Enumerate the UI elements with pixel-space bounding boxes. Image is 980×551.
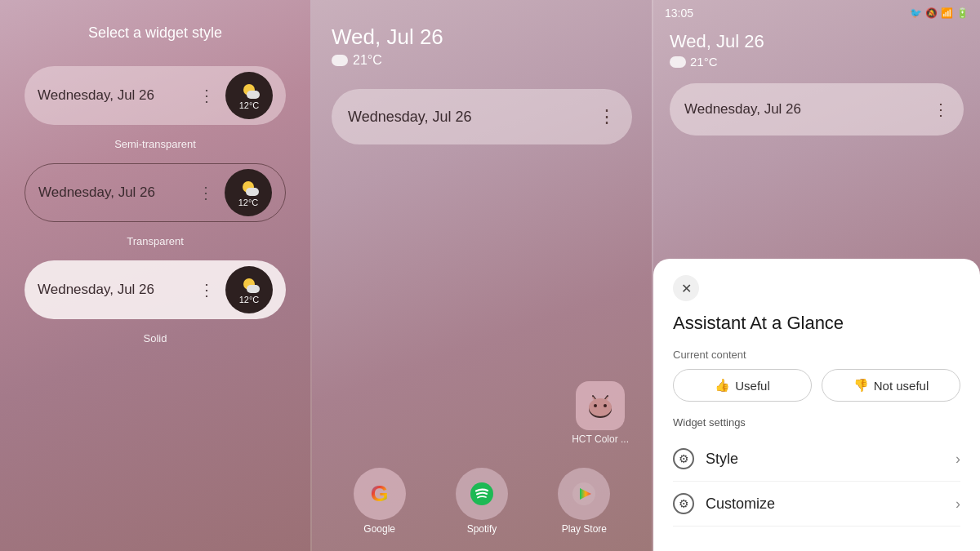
svg-point-7 [604,404,607,407]
spotify-icon[interactable] [456,468,508,520]
status-bar: 13:05 🐦 🔕 📶 🔋 [653,0,980,23]
p2-temp: 21°C [353,53,382,68]
cloud-icon [332,55,348,66]
close-icon: ✕ [681,281,692,296]
bottom-sheet-title: Assistant At a Glance [673,313,960,334]
widget3-temp: 12°C [239,295,260,304]
widget3-label: Solid [144,332,167,344]
widget-solid[interactable]: Wednesday, Jul 26 ⋮ 12°C [24,260,286,319]
sun-cloud-icon3 [240,275,258,293]
widget3-date: Wednesday, Jul 26 [38,282,198,298]
svg-point-6 [594,404,597,407]
not-useful-label: Not useful [874,379,929,393]
p3-date: Wed, Jul 26 [670,31,964,52]
not-useful-button[interactable]: 👎 Not useful [822,369,960,402]
customize-chevron-right-icon: › [956,495,960,513]
customize-item-label: Customize [706,495,944,513]
bottom-sheet: ✕ Assistant At a Glance Current content … [653,259,980,551]
google-app[interactable]: G Google [354,468,406,535]
widget2-dots[interactable]: ⋮ [198,183,215,202]
p2-widget-date: Wednesday, Jul 26 [348,109,598,126]
customize-gear-icon: ⚙ [673,493,694,514]
widget2-temp: 12°C [238,198,259,207]
playstore-icon[interactable] [558,468,610,520]
p2-weather-row: 21°C [332,53,632,68]
customize-menu-item[interactable]: ⚙ Customize › [673,482,960,527]
p3-at-a-glance-widget[interactable]: Wednesday, Jul 26 ⋮ [670,83,964,136]
widget-semi-transparent[interactable]: Wednesday, Jul 26 ⋮ 12°C [24,66,286,125]
cloud-icon-p3 [670,56,686,68]
p2-at-a-glance-widget[interactable]: Wednesday, Jul 26 ⋮ [332,89,632,144]
panel-widget-style: Select a widget style Wednesday, Jul 26 … [0,0,310,551]
feedback-buttons: 👍 Useful 👎 Not useful [673,369,960,402]
battery-icon: 🔋 [956,7,969,19]
widget1-weather-bubble: 12°C [225,72,273,119]
playstore-app-label: Play Store [562,523,607,535]
useful-button[interactable]: 👍 Useful [673,369,812,402]
twitter-icon: 🐦 [910,7,922,19]
widget2-weather-bubble: 12°C [225,169,272,216]
panel-bottom-sheet: 13:05 🐦 🔕 📶 🔋 Wed, Jul 26 21°C Wednesday… [653,0,980,551]
widget1-label: Semi-transparent [114,138,196,150]
widget-transparent[interactable]: Wednesday, Jul 26 ⋮ 12°C [24,163,286,222]
android-robot-icon [586,391,615,420]
p3-weather-row: 21°C [670,55,964,69]
sun-cloud-icon [240,81,258,99]
google-icon[interactable]: G [354,468,406,520]
sun-cloud-icon2 [239,178,257,196]
panel1-title: Select a widget style [88,24,222,42]
p2-header: Wed, Jul 26 21°C [312,0,652,76]
style-menu-item[interactable]: ⚙ Style › [673,437,960,482]
spotify-app[interactable]: Spotify [456,468,508,535]
thumbs-up-icon: 👍 [715,378,730,393]
widget2-label: Transparent [127,235,184,247]
style-chevron-right-icon: › [956,451,960,468]
play-store-logo-icon [570,480,598,508]
hct-label: HCT Color ... [572,433,629,445]
widget1-dots[interactable]: ⋮ [198,86,216,105]
style-gear-icon: ⚙ [673,448,694,469]
p3-temp: 21°C [690,55,718,69]
p2-date: Wed, Jul 26 [332,24,632,50]
wifi-icon: 📶 [941,7,953,19]
p2-app-dock: G Google Spotify [312,468,652,535]
current-content-label: Current content [673,349,960,361]
p2-widget-dots[interactable]: ⋮ [598,106,616,127]
widget3-weather-bubble: 12°C [225,266,273,313]
thumbs-down-icon: 👎 [853,378,869,393]
widget-settings-label: Widget settings [673,416,960,429]
google-app-label: Google [363,523,395,535]
widget1-date: Wednesday, Jul 26 [38,87,198,104]
hct-color-icon[interactable] [576,381,625,430]
widget3-dots[interactable]: ⋮ [198,280,216,300]
p2-hct-area: HCT Color ... [572,381,629,461]
p3-widget-dots[interactable]: ⋮ [933,100,949,119]
status-icons: 🐦 🔕 📶 🔋 [910,7,969,19]
p3-header: Wed, Jul 26 21°C [653,23,980,75]
status-time: 13:05 [665,7,693,20]
mute-icon: 🔕 [925,7,938,19]
close-button[interactable]: ✕ [673,275,699,301]
svg-point-5 [589,398,612,416]
panel-homescreen: Wed, Jul 26 21°C Wednesday, Jul 26 ⋮ [310,0,653,551]
p3-widget-date: Wednesday, Jul 26 [684,101,933,118]
widget1-temp: 12°C [239,100,260,110]
spotify-app-label: Spotify [467,523,497,535]
style-item-label: Style [706,451,944,468]
playstore-app[interactable]: Play Store [558,468,610,535]
widget2-date: Wednesday, Jul 26 [38,184,198,201]
useful-label: Useful [735,379,770,393]
spotify-logo-icon [468,480,496,508]
svg-point-10 [470,482,493,505]
